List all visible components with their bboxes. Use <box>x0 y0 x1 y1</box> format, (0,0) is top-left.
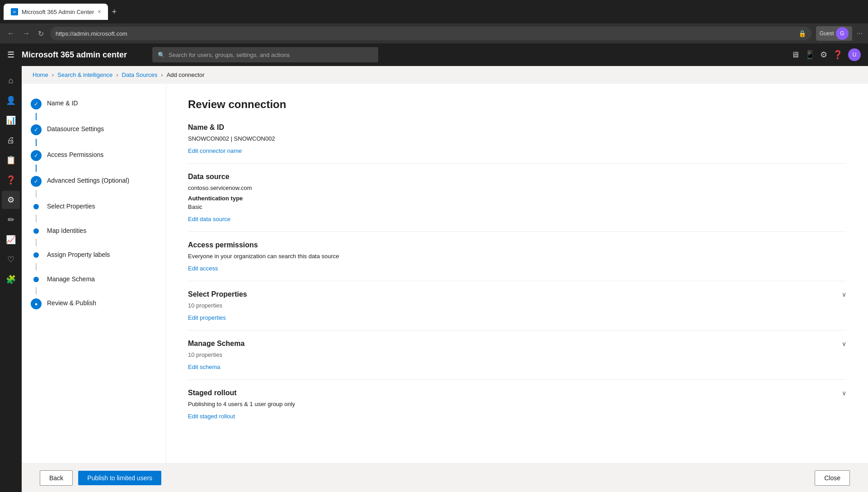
page-content: ✓ Name & ID ✓ Datasource Settings <box>22 84 868 463</box>
step-number-review: ● <box>35 301 38 307</box>
checkmark-icon-access: ✓ <box>34 152 38 159</box>
browser-tab[interactable]: M Microsoft 365 Admin Center × <box>4 4 108 20</box>
checkmark-icon-name-id: ✓ <box>34 101 38 107</box>
edit-properties-link[interactable]: Edit properties <box>188 314 226 321</box>
content-area: Home › Search & intelligence › Data Sour… <box>22 66 868 492</box>
review-section-access: Access permissions Everyone in your orga… <box>188 241 846 281</box>
select-props-chevron[interactable]: ∨ <box>842 291 846 298</box>
step-label-datasource: Datasource Settings <box>47 124 104 134</box>
address-bar-icons: 🔒 <box>798 30 806 37</box>
sidebar-item-billing[interactable]: 🖨 <box>2 131 20 149</box>
address-text: https://admin.microsoft.com <box>56 30 127 37</box>
edit-connector-name-link[interactable]: Edit connector name <box>188 147 242 154</box>
breadcrumb-sep-2: › <box>116 71 118 78</box>
section-title-access: Access permissions <box>188 241 258 249</box>
svg-text:M: M <box>13 10 16 14</box>
user-avatar[interactable]: U <box>848 48 861 61</box>
edit-schema-link[interactable]: Edit schema <box>188 364 221 370</box>
guest-button[interactable]: Guest G <box>816 26 852 41</box>
select-props-count: 10 properties <box>188 302 846 309</box>
breadcrumb: Home › Search & intelligence › Data Sour… <box>22 66 868 84</box>
edit-access-link[interactable]: Edit access <box>188 265 218 272</box>
edit-staged-rollout-link[interactable]: Edit staged rollout <box>188 413 235 420</box>
data-source-url: contoso.servicenow.com <box>188 184 846 191</box>
step-indicator-advanced: ✓ <box>31 176 42 187</box>
sidebar-item-pen[interactable]: ✏ <box>2 211 20 229</box>
staged-rollout-chevron[interactable]: ∨ <box>842 389 846 397</box>
sidebar-item-analytics[interactable]: 📊 <box>2 111 20 129</box>
monitor-icon[interactable]: 🖥 <box>791 50 799 60</box>
hamburger-menu-icon[interactable]: ☰ <box>7 50 14 60</box>
review-section-manage-schema: Manage Schema ∨ 10 properties Edit schem… <box>188 340 846 380</box>
sidebar-item-chart[interactable]: 📈 <box>2 231 20 249</box>
search-icon: 🔍 <box>158 52 165 58</box>
settings-icon[interactable]: ⚙ <box>820 50 827 60</box>
step-access-permissions[interactable]: ✓ Access Permissions <box>31 146 157 165</box>
avatar: G <box>836 27 849 40</box>
forward-nav-button[interactable]: → <box>21 28 32 39</box>
step-label-name-id: Name & ID <box>47 98 78 108</box>
auth-type-value: Basic <box>188 203 846 210</box>
step-connector-8 <box>36 287 37 294</box>
step-indicator-select-props <box>33 204 39 209</box>
step-select-properties[interactable]: Select Properties <box>31 198 157 215</box>
step-indicator-access: ✓ <box>31 150 42 161</box>
top-bar-right: 🖥 📱 ⚙ ❓ U <box>791 48 861 61</box>
tab-favicon: M <box>11 8 18 15</box>
section-title-manage-schema: Manage Schema <box>188 340 244 348</box>
address-bar-row: ← → ↻ https://admin.microsoft.com 🔒 Gues… <box>0 24 868 43</box>
breadcrumb-sep-1: › <box>52 71 54 78</box>
manage-schema-count: 10 properties <box>188 351 846 358</box>
step-label-schema: Manage Schema <box>47 274 95 284</box>
mobile-icon[interactable]: 📱 <box>805 50 815 60</box>
sidebar-item-settings[interactable]: ⚙ <box>2 191 20 209</box>
section-title-staged-rollout: Staged rollout <box>188 389 237 397</box>
step-label-assign: Assign Property labels <box>47 250 110 260</box>
manage-schema-chevron[interactable]: ∨ <box>842 340 846 347</box>
breadcrumb-datasources[interactable]: Data Sources <box>122 71 158 78</box>
browser-ellipsis-button[interactable]: ··· <box>857 29 863 38</box>
section-header-staged-rollout: Staged rollout ∨ <box>188 389 846 397</box>
step-assign-labels[interactable]: Assign Property labels <box>31 246 157 263</box>
refresh-nav-button[interactable]: ↻ <box>36 28 46 40</box>
step-label-review: Review & Publish <box>47 298 96 308</box>
close-button[interactable]: Close <box>815 470 850 486</box>
step-datasource-settings[interactable]: ✓ Datasource Settings <box>31 120 157 139</box>
section-header-data-source: Data source <box>188 173 846 181</box>
breadcrumb-search[interactable]: Search & intelligence <box>57 71 113 78</box>
global-search-box[interactable]: 🔍 Search for users, groups, settings, an… <box>152 47 378 62</box>
step-indicator-review: ● <box>31 298 42 309</box>
tab-close-btn[interactable]: × <box>98 9 101 15</box>
edit-data-source-link[interactable]: Edit data source <box>188 216 230 222</box>
sidebar-item-puzzle[interactable]: 🧩 <box>2 270 20 289</box>
back-nav-button[interactable]: ← <box>5 28 16 39</box>
sidebar-item-reports[interactable]: 📋 <box>2 151 20 169</box>
sidebar-item-heart[interactable]: ♡ <box>2 251 20 269</box>
review-section-staged-rollout: Staged rollout ∨ Publishing to 4 users &… <box>188 389 846 429</box>
sidebar-item-support[interactable]: ❓ <box>2 171 20 189</box>
checkmark-icon-advanced: ✓ <box>34 178 38 184</box>
new-tab-button[interactable]: + <box>112 7 117 17</box>
step-connector-7 <box>36 263 37 270</box>
section-header-select-props: Select Properties ∨ <box>188 290 846 298</box>
breadcrumb-home[interactable]: Home <box>33 71 48 78</box>
back-button[interactable]: Back <box>40 470 73 486</box>
review-section-select-props: Select Properties ∨ 10 properties Edit p… <box>188 290 846 331</box>
tab-title: Microsoft 365 Admin Center <box>22 9 94 15</box>
auth-type-label: Authentication type <box>188 195 846 202</box>
step-review-publish[interactable]: ● Review & Publish <box>31 294 157 313</box>
icon-sidebar: ⌂ 👤 📊 🖨 📋 ❓ ⚙ ✏ 📈 ♡ 🧩 <box>0 66 22 492</box>
step-advanced-settings[interactable]: ✓ Advanced Settings (Optional) <box>31 172 157 190</box>
step-connector-6 <box>36 239 37 246</box>
step-map-identities[interactable]: Map Identities <box>31 222 157 239</box>
step-manage-schema[interactable]: Manage Schema <box>31 270 157 288</box>
sidebar-item-home[interactable]: ⌂ <box>2 71 20 90</box>
step-indicator-datasource: ✓ <box>31 124 42 135</box>
address-bar[interactable]: https://admin.microsoft.com 🔒 <box>50 27 812 40</box>
help-icon[interactable]: ❓ <box>833 50 843 60</box>
step-sidebar: ✓ Name & ID ✓ Datasource Settings <box>22 84 166 463</box>
breadcrumb-sep-3: › <box>161 71 163 78</box>
publish-button[interactable]: Publish to limited users <box>78 471 161 485</box>
step-name-id[interactable]: ✓ Name & ID <box>31 95 157 113</box>
sidebar-item-users[interactable]: 👤 <box>2 91 20 109</box>
